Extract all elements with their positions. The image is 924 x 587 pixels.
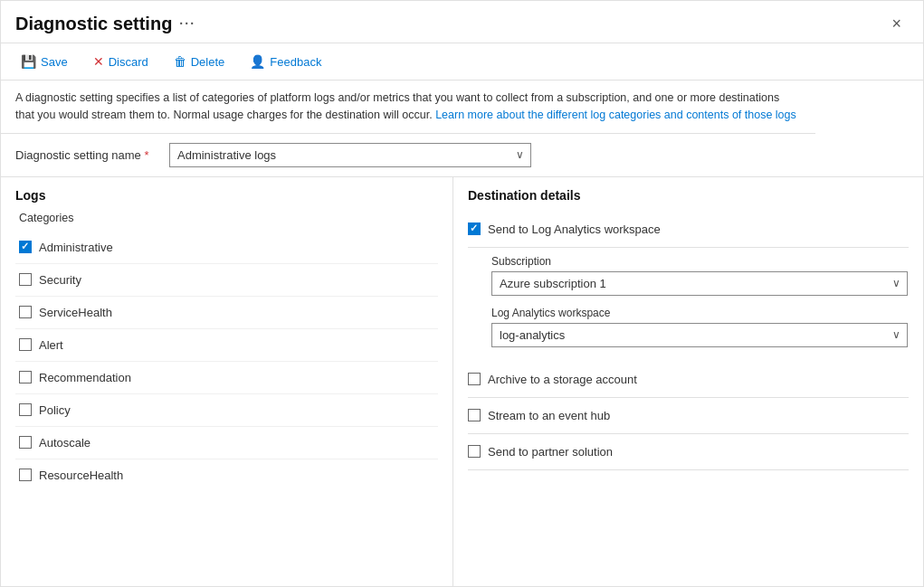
log-security-checkbox[interactable] (19, 273, 32, 286)
dest-log-analytics-checkbox[interactable] (468, 222, 481, 235)
subscription-select[interactable]: Azure subscription 1 (491, 271, 908, 296)
destination-panel: Destination details Send to Log Analytic… (453, 177, 923, 587)
panel-header: Diagnostic setting ··· × (1, 1, 923, 43)
discard-button[interactable]: ✕ Discard (88, 51, 154, 72)
logs-panel: Logs Categories AdministrativeSecuritySe… (1, 177, 453, 587)
dest-partner-checkbox[interactable] (468, 445, 481, 458)
logs-section-title: Logs (15, 188, 438, 203)
feedback-icon: 👤 (250, 54, 265, 69)
log-recommendation-checkbox[interactable] (19, 371, 32, 383)
setting-name-input-wrapper: ∨ (169, 143, 531, 167)
dest-partner-option: Send to partner solution (468, 434, 909, 470)
discard-icon: ✕ (93, 54, 104, 69)
log-item-administrative: Administrative (15, 232, 438, 264)
log-autoscale-label[interactable]: Autoscale (39, 436, 90, 450)
save-icon: 💾 (21, 54, 36, 69)
workspace-label: Log Analytics workspace (491, 307, 909, 319)
log-servicehealth-label[interactable]: ServiceHealth (39, 306, 112, 319)
dest-storage-option: Archive to a storage account (468, 362, 909, 398)
log-policy-label[interactable]: Policy (39, 403, 71, 417)
log-recommendation-label[interactable]: Recommendation (39, 371, 131, 384)
dest-log-analytics-label[interactable]: Send to Log Analytics workspace (488, 222, 661, 236)
log-analytics-sub-fields: Subscription Azure subscription 1 ∨ Log … (468, 248, 909, 362)
close-button[interactable]: × (884, 12, 909, 35)
subscription-select-wrapper: Azure subscription 1 ∨ (491, 271, 908, 296)
dest-log-analytics-option: Send to Log Analytics workspace (468, 212, 909, 248)
log-item-servicehealth: ServiceHealth (15, 297, 438, 329)
destination-section-title: Destination details (468, 188, 909, 203)
dest-eventhub-checkbox[interactable] (468, 409, 481, 421)
save-button[interactable]: 💾 Save (15, 51, 73, 72)
setting-name-label: Diagnostic setting name * (15, 148, 160, 162)
dest-eventhub-label[interactable]: Stream to an event hub (488, 409, 610, 422)
log-administrative-checkbox[interactable] (19, 241, 32, 253)
log-alert-label[interactable]: Alert (39, 338, 63, 352)
setting-name-input[interactable] (169, 143, 531, 167)
log-security-label[interactable]: Security (39, 273, 81, 287)
log-resourcehealth-checkbox[interactable] (19, 469, 32, 481)
log-item-autoscale: Autoscale (15, 427, 438, 459)
logs-list: AdministrativeSecurityServiceHealthAlert… (15, 232, 438, 491)
feedback-label: Feedback (270, 55, 321, 69)
delete-icon: 🗑 (174, 54, 186, 69)
dest-eventhub-option: Stream to an event hub (468, 398, 909, 434)
save-label: Save (41, 55, 68, 69)
log-servicehealth-checkbox[interactable] (19, 306, 32, 318)
toolbar: 💾 Save ✕ Discard 🗑 Delete 👤 Feedback (1, 43, 923, 80)
log-autoscale-checkbox[interactable] (19, 436, 32, 449)
subscription-label: Subscription (491, 255, 909, 268)
discard-label: Discard (109, 55, 148, 69)
delete-button[interactable]: 🗑 Delete (168, 51, 231, 72)
panel-ellipsis: ··· (179, 16, 195, 31)
dest-storage-checkbox[interactable] (468, 373, 481, 385)
workspace-select[interactable]: log-analytics (491, 323, 908, 347)
workspace-select-wrapper: log-analytics ∨ (491, 323, 908, 347)
setting-name-row: Diagnostic setting name * ∨ (1, 134, 923, 177)
categories-label: Categories (19, 212, 438, 224)
delete-label: Delete (191, 55, 225, 69)
feedback-button[interactable]: 👤 Feedback (244, 51, 327, 72)
log-item-alert: Alert (15, 329, 438, 362)
log-item-recommendation: Recommendation (15, 362, 438, 394)
content-area: Logs Categories AdministrativeSecuritySe… (1, 177, 923, 587)
log-item-resourcehealth: ResourceHealth (15, 459, 438, 491)
log-item-security: Security (15, 264, 438, 297)
diagnostic-setting-panel: Diagnostic setting ··· × 💾 Save ✕ Discar… (0, 0, 924, 587)
log-resourcehealth-label[interactable]: ResourceHealth (39, 469, 123, 482)
dest-storage-label[interactable]: Archive to a storage account (488, 373, 637, 386)
dest-partner-label[interactable]: Send to partner solution (488, 445, 613, 459)
description-box: A diagnostic setting specifies a list of… (1, 80, 815, 134)
log-policy-checkbox[interactable] (19, 403, 32, 416)
log-administrative-label[interactable]: Administrative (39, 241, 113, 254)
log-item-policy: Policy (15, 394, 438, 427)
panel-title: Diagnostic setting ··· (15, 14, 195, 34)
log-alert-checkbox[interactable] (19, 338, 32, 351)
learn-more-link[interactable]: Learn more about the different log categ… (435, 109, 796, 121)
required-star: * (144, 148, 148, 162)
